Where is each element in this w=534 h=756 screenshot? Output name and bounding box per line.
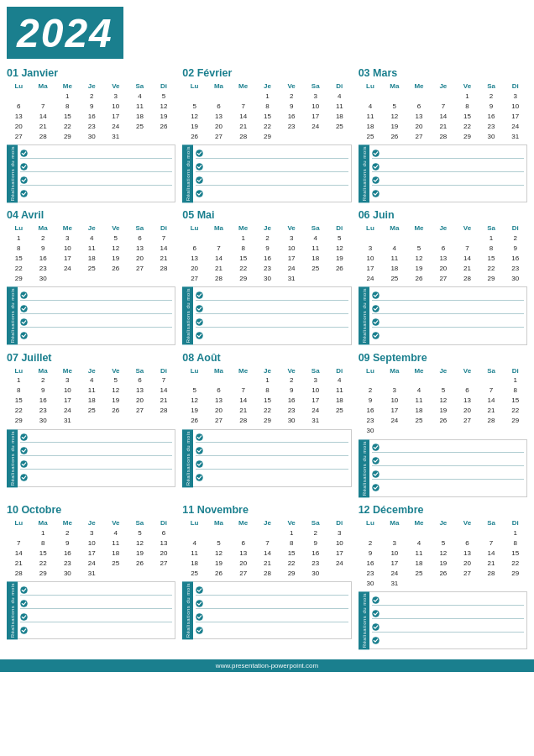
cal-day-cell: [104, 568, 128, 578]
cal-table-4: LuMaMeJeVeSaDi12345678910111213141516171…: [7, 223, 175, 283]
cal-day-cell: [455, 528, 479, 538]
cal-day-cell: 7: [455, 243, 479, 253]
realisations-row: [372, 470, 524, 480]
cal-day-cell: [382, 426, 406, 436]
cal-day-cell: 7: [231, 386, 255, 396]
realisations-label: Réalisations du mois: [361, 593, 366, 648]
cal-day-cell: 21: [31, 121, 55, 131]
cal-day-cell: 21: [455, 263, 479, 273]
cal-day-cell: 5: [207, 538, 231, 548]
cal-day-cell: 10: [55, 386, 80, 396]
cal-day-cell: 4: [80, 375, 104, 386]
cal-day-cell: 17: [327, 548, 352, 558]
cal-day-header: Lu: [7, 81, 31, 91]
cal-week-row: 1: [359, 528, 527, 538]
cal-day-cell: 14: [152, 243, 176, 253]
cal-day-header: Me: [231, 518, 255, 528]
cal-day-cell: 9: [280, 386, 304, 396]
realisations-label: Réalisations du mois: [361, 146, 366, 201]
cal-day-cell: 30: [280, 416, 304, 426]
cal-day-cell: 4: [303, 233, 327, 243]
cal-table-6: LuMaMeJeVeSaDi12345678910111213141516171…: [359, 223, 527, 283]
cal-day-cell: [406, 91, 431, 101]
realisations-row: [372, 332, 524, 340]
realisations-11: Réalisations du mois: [182, 581, 351, 639]
cal-day-cell: 12: [382, 111, 406, 121]
cal-day-cell: [359, 528, 383, 538]
cal-day-cell: 4: [104, 528, 128, 538]
cal-week-row: 2930: [7, 273, 175, 283]
cal-day-cell: 16: [479, 111, 504, 121]
cal-day-cell: 31: [280, 273, 304, 283]
cal-day-cell: 13: [207, 111, 231, 121]
cal-day-cell: 29: [31, 568, 55, 578]
cal-day-cell: 20: [455, 406, 479, 416]
cal-day-cell: 10: [382, 396, 406, 406]
cal-day-cell: [207, 375, 231, 386]
month-block-5: 05 MaiLuMaMeJeVeSaDi12345678910111213141…: [179, 206, 354, 348]
check-icon: [20, 627, 28, 634]
cal-day-cell: 7: [31, 101, 55, 111]
cal-day-cell: 4: [359, 101, 383, 111]
month-block-11: 11 NovembreLuMaMeJeVeSaDi123456789101112…: [179, 501, 354, 653]
cal-day-cell: 21: [207, 263, 231, 273]
realisations-row: [196, 176, 348, 186]
cal-day-cell: 10: [303, 101, 327, 111]
cal-day-cell: 8: [280, 538, 304, 548]
cal-day-header: Je: [255, 366, 280, 375]
cal-day-cell: 21: [7, 558, 31, 568]
realisations-label-wrap: Réalisations du mois: [359, 591, 369, 649]
cal-day-cell: [359, 233, 383, 243]
cal-week-row: 891011121314: [7, 243, 175, 253]
month-block-10: 10 OctobreLuMaMeJeVeSaDi1234567891011121…: [3, 501, 179, 653]
realisations-label-wrap: Réalisations du mois: [359, 144, 369, 202]
cal-week-row: 12131415161718: [182, 111, 351, 121]
cal-day-cell: 19: [327, 253, 352, 263]
cal-week-row: 20212223242526: [7, 121, 175, 131]
cal-week-row: 6789101112: [7, 101, 175, 111]
cal-day-cell: [7, 528, 31, 538]
cal-day-cell: 2: [31, 233, 55, 243]
check-icon: [372, 305, 380, 312]
check-icon: [20, 318, 28, 326]
realisations-label-wrap: Réalisations du mois: [182, 144, 193, 202]
cal-day-cell: 7: [152, 375, 176, 386]
cal-day-cell: 10: [327, 538, 352, 548]
cal-day-cell: 23: [31, 406, 55, 416]
cal-day-cell: 29: [455, 131, 479, 141]
cal-day-cell: 6: [406, 101, 431, 111]
cal-day-cell: 28: [455, 273, 479, 283]
cal-day-header: Ma: [31, 81, 55, 91]
cal-day-cell: [152, 416, 176, 426]
month-block-2: 02 FévrierLuMaMeJeVeSaDi1234567891011121…: [179, 64, 354, 206]
check-icon: [196, 460, 203, 468]
cal-day-cell: 5: [432, 386, 456, 396]
realisations-row: [196, 332, 348, 340]
cal-day-cell: 27: [455, 416, 479, 426]
realisations-row: [372, 318, 524, 328]
cal-day-cell: 11: [80, 243, 104, 253]
cal-day-cell: [406, 375, 431, 386]
realisations-content: [193, 286, 351, 344]
cal-day-cell: 17: [104, 111, 128, 121]
cal-day-cell: 17: [303, 396, 327, 406]
cal-day-header: Me: [231, 223, 255, 233]
realisations-content: [193, 581, 351, 639]
cal-day-cell: 13: [455, 396, 479, 406]
month-block-7: 07 JuilletLuMaMeJeVeSaDi1234567891011121…: [3, 349, 179, 501]
cal-day-cell: 19: [182, 406, 207, 416]
cal-week-row: 17181920212223: [359, 263, 527, 273]
realisations-content: [369, 439, 527, 497]
cal-day-cell: 26: [152, 121, 176, 131]
cal-week-row: 2728293031: [7, 131, 175, 141]
cal-day-cell: [152, 568, 176, 578]
check-icon: [20, 332, 28, 339]
cal-day-cell: 2: [255, 233, 280, 243]
cal-day-cell: 16: [359, 406, 383, 416]
realisations-content: [193, 144, 351, 202]
cal-day-cell: 10: [359, 253, 383, 263]
cal-day-header: Sa: [303, 223, 327, 233]
cal-day-cell: 25: [80, 263, 104, 273]
cal-day-cell: [152, 131, 176, 141]
realisations-row: [196, 305, 348, 314]
